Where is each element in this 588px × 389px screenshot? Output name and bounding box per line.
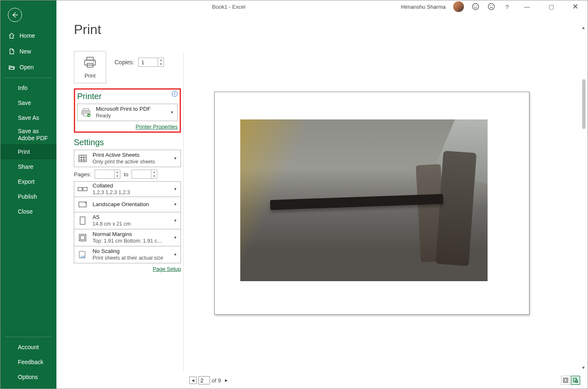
printer-section-title: Printer [77, 92, 178, 101]
chevron-down-icon: ▼ [173, 236, 178, 240]
user-name[interactable]: Himanshu Sharma [401, 4, 446, 10]
print-what-sub: Only print the active sheets [93, 159, 169, 165]
smile-icon[interactable] [471, 2, 480, 11]
sidebar-label: Save as Adobe PDF [18, 128, 56, 142]
scaling-title: No Scaling [93, 248, 169, 255]
print-button-label: Print [85, 73, 96, 79]
collation-title: Collated [93, 182, 169, 190]
margins-icon [77, 232, 88, 243]
sidebar-item-account[interactable]: Account [0, 340, 56, 355]
sidebar-item-save-adobe-pdf[interactable]: Save as Adobe PDF [0, 125, 56, 144]
printer-info-icon[interactable]: i [172, 91, 178, 97]
spinner-up-icon[interactable]: ▲ [115, 170, 120, 174]
sidebar-item-options[interactable]: Options [0, 370, 56, 384]
back-button[interactable] [8, 8, 22, 22]
home-icon [8, 32, 15, 39]
sidebar-item-publish[interactable]: Publish [0, 189, 56, 204]
sidebar-item-feedback[interactable]: Feedback [0, 355, 56, 370]
pages-to-label: to [124, 171, 128, 177]
window-title: Book1 - Excel [56, 4, 401, 10]
sidebar-item-export[interactable]: Export [0, 174, 56, 189]
preview-footer: ◄ of 9 ► [189, 374, 580, 387]
svg-rect-19 [78, 187, 82, 191]
svg-rect-15 [83, 109, 89, 111]
svg-point-9 [492, 5, 493, 6]
svg-point-6 [476, 5, 477, 6]
scroll-thumb[interactable] [582, 79, 586, 129]
sidebar-item-save-as[interactable]: Save As [0, 110, 56, 125]
chevron-down-icon: ▼ [173, 219, 178, 223]
pages-label: Pages: [74, 171, 91, 177]
user-avatar[interactable] [453, 1, 464, 12]
chevron-down-icon: ▼ [173, 202, 178, 207]
page-of-label: of 9 [212, 377, 221, 384]
printer-properties-link[interactable]: Printer Properties [136, 124, 178, 130]
sidebar-item-print[interactable]: Print [0, 144, 56, 159]
sidebar-item-home[interactable]: Home [0, 28, 56, 44]
maximize-button[interactable]: ▢ [543, 1, 559, 12]
close-button[interactable]: ✕ [567, 1, 583, 12]
sidebar-item-close[interactable]: Close [0, 204, 56, 219]
copies-value: 1 [139, 59, 158, 66]
orientation-selector[interactable]: Landscape Orientation ▼ [74, 197, 181, 212]
pages-from-spinner[interactable]: ▲▼ [95, 170, 120, 179]
page-setup-link[interactable]: Page Setup [153, 266, 181, 272]
printer-status: Ready [96, 113, 166, 119]
sheets-icon [77, 153, 88, 164]
spinner-down-icon[interactable]: ▼ [115, 174, 120, 178]
spinner-up-icon[interactable]: ▲ [151, 170, 157, 174]
spinner-up-icon[interactable]: ▲ [158, 58, 163, 62]
svg-text:100: 100 [80, 255, 85, 258]
collation-selector[interactable]: Collated 1,2,3 1,2,3 1,2,3 ▼ [74, 181, 181, 197]
print-preview-area [189, 25, 580, 372]
scroll-up-icon[interactable]: ▲ [580, 25, 587, 32]
frown-icon[interactable] [487, 2, 495, 11]
landscape-icon [77, 199, 88, 210]
svg-point-17 [87, 114, 90, 117]
print-button[interactable]: Print [74, 51, 106, 83]
svg-rect-28 [564, 379, 567, 382]
help-icon[interactable]: ? [503, 2, 511, 11]
sidebar-item-open[interactable]: Open [0, 59, 56, 75]
scaling-icon: 100 [77, 249, 88, 260]
preview-page [214, 92, 529, 315]
sidebar-item-info[interactable]: Info [0, 80, 56, 95]
svg-rect-24 [81, 236, 85, 240]
svg-rect-18 [79, 155, 86, 162]
preview-scrollbar[interactable]: ▲ ▼ [580, 25, 587, 372]
sidebar-label: Feedback [18, 359, 43, 365]
sidebar-item-new[interactable]: New [0, 44, 56, 59]
chevron-down-icon: ▼ [173, 156, 178, 160]
show-margins-button[interactable] [561, 376, 570, 385]
sidebar-item-save[interactable]: Save [0, 95, 56, 110]
next-page-button[interactable]: ► [223, 377, 230, 384]
sidebar-item-share[interactable]: Share [0, 159, 56, 174]
print-what-selector[interactable]: Print Active Sheets Only print the activ… [74, 150, 181, 167]
scaling-selector[interactable]: 100 No Scaling Print sheets at their act… [74, 246, 181, 263]
scroll-down-icon[interactable]: ▼ [580, 365, 587, 372]
sidebar-label: Save [18, 100, 31, 106]
margins-title: Normal Margins [93, 231, 169, 238]
collate-icon [77, 183, 88, 195]
sidebar-separator [5, 337, 51, 337]
open-icon [8, 63, 15, 71]
minimize-button[interactable]: — [519, 1, 535, 12]
paper-size-selector[interactable]: A5 14.8 cm x 21 cm ▼ [74, 212, 181, 229]
preview-content-image [240, 119, 488, 281]
sidebar-label: Open [20, 64, 34, 71]
svg-point-8 [490, 5, 490, 6]
printer-selector[interactable]: Microsoft Print to PDF Ready ▼ [77, 104, 178, 121]
current-page-input[interactable] [198, 376, 210, 384]
paper-title: A5 [93, 214, 169, 221]
margins-selector[interactable]: Normal Margins Top: 1.91 cm Bottom: 1.91… [74, 229, 181, 246]
sidebar-label: Account [18, 344, 39, 350]
copies-spinner[interactable]: 1 ▲▼ [138, 58, 164, 67]
zoom-to-page-button[interactable] [571, 376, 580, 385]
prev-page-button[interactable]: ◄ [189, 377, 197, 384]
printer-section-highlight: Printer i Microsoft Print to PDF Ready ▼… [74, 88, 181, 133]
spinner-down-icon[interactable]: ▼ [151, 174, 157, 178]
spinner-down-icon[interactable]: ▼ [158, 62, 163, 66]
pages-to-spinner[interactable]: ▲▼ [132, 170, 157, 179]
svg-point-13 [93, 61, 94, 62]
sidebar-label: Share [18, 163, 33, 170]
